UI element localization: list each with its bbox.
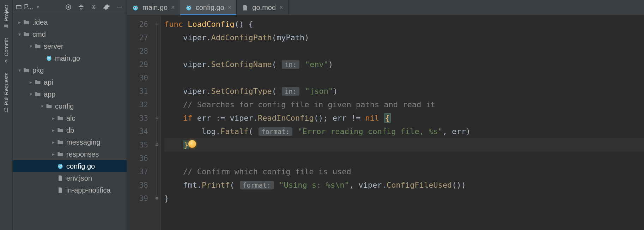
project-tree[interactable]: ▸.idea▾cmd▾server▸main.go▾pkg▸api▾app▾co… (13, 14, 127, 230)
tree-item-label: in-app-notifica (66, 186, 111, 194)
tool-commit[interactable]: Commit (3, 35, 9, 67)
svg-rect-39 (190, 5, 190, 6)
close-icon[interactable]: × (228, 4, 232, 11)
svg-rect-30 (134, 5, 134, 6)
tree-item-env-json[interactable]: ▸env.json (13, 172, 127, 184)
tree-item-pkg[interactable]: ▾pkg (13, 64, 127, 76)
project-view-selector[interactable]: P... ▼ (16, 3, 40, 11)
tree-item--idea[interactable]: ▸.idea (13, 16, 127, 28)
line-number[interactable]: 35 (127, 138, 148, 152)
code-line[interactable]: } (164, 192, 644, 205)
code-line[interactable]: viper.SetConfigName( in: "env") (164, 58, 644, 71)
tool-project[interactable]: Project (3, 2, 9, 32)
svg-point-35 (187, 7, 188, 8)
tree-item-responses[interactable]: ▸responses (13, 148, 127, 160)
chevron-right-icon[interactable]: ▸ (50, 139, 56, 145)
folder-icon (56, 138, 64, 146)
tree-item-config-go[interactable]: ▸config.go (13, 160, 127, 172)
tree-item-label: api (44, 78, 53, 86)
code-editor[interactable]: func LoadConfig() { viper.AddConfigPath(… (161, 16, 644, 230)
tree-item-label: server (44, 42, 63, 50)
svg-rect-15 (50, 56, 51, 57)
tab-label: main.go (142, 4, 168, 12)
svg-rect-22 (59, 164, 59, 165)
chevron-right-icon[interactable]: ▸ (50, 115, 56, 121)
code-line[interactable]: viper.AddConfigPath(myPath) (164, 31, 644, 44)
folder-icon (23, 30, 30, 38)
line-gutter[interactable]: 2627282930313233343536373839 (127, 16, 153, 230)
fold-marker[interactable]: ⊟ (154, 21, 160, 27)
expand-all-button[interactable] (77, 2, 86, 12)
chevron-down-icon[interactable]: ▾ (28, 43, 34, 49)
tree-item-api[interactable]: ▸api (13, 76, 127, 88)
select-opened-file-button[interactable] (64, 2, 73, 12)
project-panel-header: P... ▼ (13, 0, 127, 14)
line-number[interactable]: 32 (127, 98, 148, 111)
folder-icon (23, 66, 30, 74)
svg-rect-31 (136, 5, 137, 6)
tree-item-server[interactable]: ▾server (13, 40, 127, 52)
chevron-down-icon[interactable]: ▾ (28, 91, 34, 97)
line-number[interactable]: 38 (127, 178, 148, 192)
code-line[interactable]: log.Fatalf( format: "Error reading confi… (164, 125, 644, 138)
code-line[interactable] (164, 44, 644, 58)
folder-icon (56, 150, 64, 158)
chevron-down-icon[interactable]: ▾ (16, 67, 23, 73)
tool-pull-requests[interactable]: Pull Requests (3, 70, 9, 116)
settings-button[interactable] (102, 2, 111, 12)
tree-item-in-app-notifica[interactable]: ▸in-app-notifica (13, 184, 127, 196)
tree-item-app[interactable]: ▾app (13, 88, 127, 100)
chevron-right-icon[interactable]: ▸ (50, 151, 56, 157)
collapse-all-button[interactable] (89, 2, 98, 12)
close-icon[interactable]: × (171, 4, 175, 11)
code-line[interactable]: func LoadConfig() { (164, 18, 644, 31)
line-number[interactable]: 28 (127, 44, 148, 58)
tree-item-cmd[interactable]: ▾cmd (13, 28, 127, 40)
chevron-right-icon[interactable]: ▸ (28, 79, 34, 85)
folder-icon (34, 78, 42, 86)
code-line[interactable]: if err := viper.ReadInConfig(); err != n… (164, 111, 644, 125)
fold-marker[interactable]: ⊟ (154, 115, 160, 121)
fold-marker[interactable]: ⊟ (154, 195, 160, 201)
line-number[interactable]: 36 (127, 152, 148, 165)
chevron-down-icon[interactable]: ▾ (39, 103, 45, 109)
code-line[interactable] (164, 71, 644, 85)
tree-item-alc[interactable]: ▸alc (13, 112, 127, 124)
line-number[interactable]: 31 (127, 85, 148, 98)
folder-icon (45, 102, 53, 110)
tree-item-db[interactable]: ▸db (13, 124, 127, 136)
gear-icon (103, 4, 110, 11)
code-line[interactable]: fmt.Printf( format: "Using s: %s\n", vip… (164, 178, 644, 192)
line-number[interactable]: 29 (127, 58, 148, 71)
svg-point-20 (61, 165, 62, 166)
tab-config-go[interactable]: config.go× (180, 0, 237, 15)
svg-rect-23 (61, 164, 62, 165)
chevron-right-icon[interactable]: ▸ (50, 127, 56, 133)
hide-panel-button[interactable] (115, 2, 124, 12)
intention-bulb-icon[interactable] (188, 140, 196, 148)
code-line[interactable]: // Confirm which config file is used (164, 165, 644, 178)
line-number[interactable]: 27 (127, 31, 148, 44)
tab-go-mod[interactable]: go.mod× (237, 0, 288, 15)
tab-main-go[interactable]: main.go× (127, 0, 180, 15)
tree-item-config[interactable]: ▾config (13, 100, 127, 112)
chevron-down-icon[interactable]: ▾ (16, 31, 23, 37)
line-number[interactable]: 33 (127, 111, 148, 125)
line-number[interactable]: 34 (127, 125, 148, 138)
line-number[interactable]: 30 (127, 71, 148, 85)
svg-rect-5 (16, 5, 21, 6)
close-icon[interactable]: × (279, 4, 283, 11)
go-icon (185, 4, 192, 11)
fold-marker[interactable]: ⊟ (154, 142, 160, 147)
line-number[interactable]: 39 (127, 192, 148, 205)
chevron-right-icon[interactable]: ▸ (16, 19, 23, 25)
line-number[interactable]: 37 (127, 165, 148, 178)
code-line[interactable]: } (164, 138, 644, 152)
tree-item-messaging[interactable]: ▸messaging (13, 136, 127, 148)
code-line[interactable]: // Searches for config file in given pat… (164, 98, 644, 111)
line-number[interactable]: 26 (127, 18, 148, 31)
tree-item-main-go[interactable]: ▸main.go (13, 52, 127, 64)
code-line[interactable] (164, 152, 644, 165)
code-line[interactable]: viper.SetConfigType( in: "json") (164, 85, 644, 98)
fold-column[interactable]: ⊟⊟⊟⊟ (153, 16, 161, 230)
